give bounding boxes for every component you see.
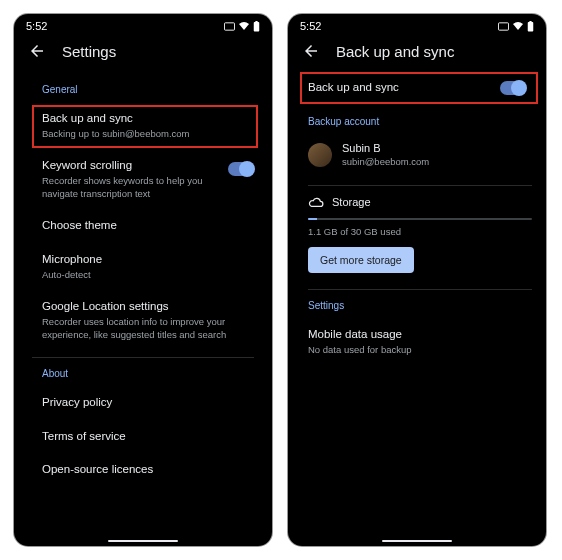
item-mobile-data-usage[interactable]: Mobile data usage No data used for backu… — [308, 319, 532, 366]
avatar — [308, 143, 332, 167]
back-icon[interactable] — [28, 42, 46, 60]
svg-rect-1 — [254, 22, 260, 31]
item-title: Google Location settings — [42, 299, 254, 315]
toggle-on[interactable] — [228, 162, 254, 176]
status-time: 5:52 — [300, 20, 321, 32]
backup-sync-content: Back up and sync Backup account Subin B … — [288, 70, 546, 546]
storage-progress — [308, 218, 532, 220]
storage-progress-fill — [308, 218, 317, 220]
status-icons — [224, 21, 260, 32]
phone-backup-sync: 5:52 Back up and sync Back up and sync B… — [288, 14, 546, 546]
item-title: Keyword scrolling — [42, 158, 220, 174]
divider — [32, 357, 254, 358]
item-subtitle: No data used for backup — [308, 344, 532, 357]
item-subtitle: Recorder uses location info to improve y… — [42, 316, 254, 342]
storage-header: Storage — [308, 190, 532, 212]
item-title: Microphone — [42, 252, 254, 268]
section-general: General — [42, 84, 254, 95]
cast-icon — [498, 22, 509, 31]
status-time: 5:52 — [26, 20, 47, 32]
status-bar: 5:52 — [288, 14, 546, 34]
toggle-label: Back up and sync — [308, 80, 399, 96]
home-indicator[interactable] — [382, 540, 452, 543]
section-about: About — [42, 368, 254, 379]
item-backup-sync[interactable]: Back up and sync Backing up to subin@bee… — [42, 103, 254, 150]
section-settings: Settings — [308, 300, 532, 311]
page-title: Back up and sync — [336, 43, 454, 60]
item-subtitle: Auto-detect — [42, 269, 254, 282]
item-title: Mobile data usage — [308, 327, 532, 343]
cloud-icon — [308, 197, 324, 207]
divider — [308, 289, 532, 290]
item-title: Open-source licences — [42, 462, 254, 478]
header: Back up and sync — [288, 34, 546, 70]
svg-rect-3 — [498, 22, 508, 29]
item-keyword-scrolling[interactable]: Keyword scrolling Recorder shows keyword… — [42, 150, 254, 210]
account-name: Subin B — [342, 141, 429, 156]
item-title: Privacy policy — [42, 395, 254, 411]
get-more-storage-button[interactable]: Get more storage — [308, 247, 414, 273]
item-choose-theme[interactable]: Choose theme — [42, 210, 254, 244]
cast-icon — [224, 22, 235, 31]
phone-settings: 5:52 Settings General Back up and sync B… — [14, 14, 272, 546]
toggle-on[interactable] — [500, 81, 526, 95]
storage-label: Storage — [332, 196, 371, 208]
svg-rect-5 — [529, 21, 531, 22]
storage-used-text: 1.1 GB of 30 GB used — [308, 226, 532, 237]
wifi-icon — [238, 21, 250, 31]
svg-rect-4 — [528, 22, 534, 31]
item-microphone[interactable]: Microphone Auto-detect — [42, 244, 254, 291]
item-subtitle: Backing up to subin@beebom.com — [42, 128, 254, 141]
settings-list: General Back up and sync Backing up to s… — [14, 70, 272, 546]
item-title: Terms of service — [42, 429, 254, 445]
item-title: Choose theme — [42, 218, 254, 234]
item-subtitle: Recorder shows keywords to help you navi… — [42, 175, 220, 201]
account-row[interactable]: Subin B subin@beebom.com — [308, 135, 532, 180]
section-backup-account: Backup account — [308, 116, 532, 127]
account-email: subin@beebom.com — [342, 156, 429, 169]
item-privacy-policy[interactable]: Privacy policy — [42, 387, 254, 421]
item-open-source-licences[interactable]: Open-source licences — [42, 454, 254, 488]
battery-icon — [253, 21, 260, 32]
status-icons — [498, 21, 534, 32]
item-location-settings[interactable]: Google Location settings Recorder uses l… — [42, 291, 254, 351]
divider — [308, 185, 532, 186]
header: Settings — [14, 34, 272, 70]
status-bar: 5:52 — [14, 14, 272, 34]
item-terms-of-service[interactable]: Terms of service — [42, 421, 254, 455]
svg-rect-0 — [224, 22, 234, 29]
battery-icon — [527, 21, 534, 32]
home-indicator[interactable] — [108, 540, 178, 543]
svg-rect-2 — [255, 21, 257, 22]
item-title: Back up and sync — [42, 111, 254, 127]
page-title: Settings — [62, 43, 116, 60]
wifi-icon — [512, 21, 524, 31]
item-backup-sync-toggle[interactable]: Back up and sync — [308, 74, 532, 102]
back-icon[interactable] — [302, 42, 320, 60]
